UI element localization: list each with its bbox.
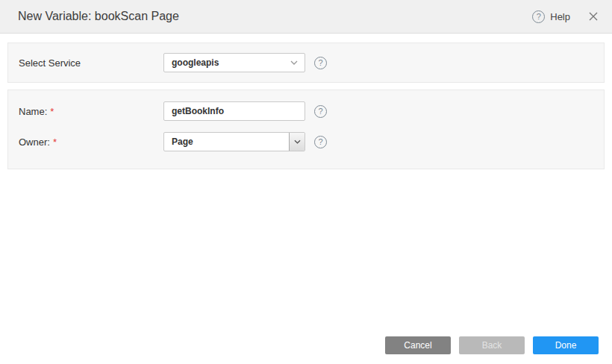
- dialog-footer: Cancel Back Done: [385, 336, 599, 354]
- name-label: Name:*: [19, 106, 163, 117]
- close-x-glyph: [589, 12, 598, 21]
- owner-label-text: Owner:: [19, 136, 50, 148]
- owner-select[interactable]: Page: [163, 132, 305, 151]
- service-row: Select Service googleapis ?: [19, 53, 604, 72]
- service-section: Select Service googleapis ?: [7, 43, 605, 83]
- select-service-label: Select Service: [19, 57, 163, 69]
- help-icon: ?: [532, 10, 545, 23]
- owner-label: Owner:*: [19, 136, 163, 148]
- chevron-down-icon: [294, 139, 301, 144]
- service-help-icon[interactable]: ?: [314, 57, 327, 69]
- owner-help-icon[interactable]: ?: [314, 136, 327, 148]
- name-help-icon[interactable]: ?: [314, 105, 327, 118]
- owner-required-asterisk: *: [53, 136, 57, 148]
- name-required-asterisk: *: [50, 106, 54, 117]
- header-actions: ? Help: [532, 10, 600, 23]
- name-label-text: Name:: [19, 106, 47, 117]
- service-dropdown-value: googleapis: [172, 57, 219, 68]
- name-input[interactable]: [163, 101, 305, 121]
- details-section: Name:* ? Owner:* Page ?: [7, 90, 605, 169]
- new-variable-dialog: New Variable: bookScan Page ? Help Selec…: [0, 0, 612, 364]
- done-button[interactable]: Done: [533, 336, 599, 354]
- cancel-button[interactable]: Cancel: [385, 336, 451, 354]
- owner-row: Owner:* Page ?: [19, 132, 604, 151]
- name-row: Name:* ?: [19, 101, 604, 121]
- chevron-down-icon: [290, 60, 298, 65]
- help-button[interactable]: ? Help: [532, 10, 570, 23]
- help-label: Help: [550, 11, 570, 22]
- back-button[interactable]: Back: [459, 336, 525, 354]
- service-dropdown[interactable]: googleapis: [163, 53, 305, 72]
- close-icon[interactable]: [587, 10, 600, 23]
- dialog-header: New Variable: bookScan Page ? Help: [0, 0, 612, 34]
- owner-select-button[interactable]: [289, 133, 305, 151]
- owner-select-value: Page: [164, 136, 193, 147]
- page-title: New Variable: bookScan Page: [18, 10, 179, 23]
